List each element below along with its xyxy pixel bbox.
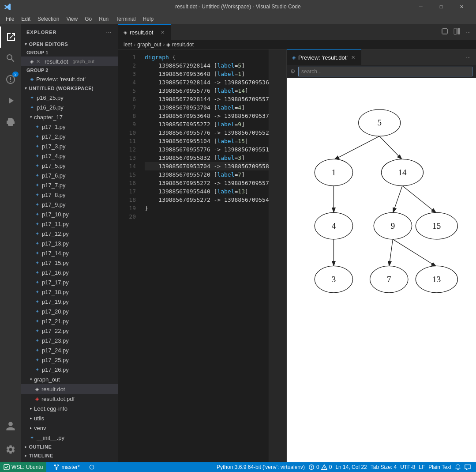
preview-tab[interactable]: ◈ Preview: 'result.dot' ✕	[287, 49, 361, 65]
workspace-section[interactable]: UNTITLED (WORKSPACE)	[21, 84, 118, 93]
file-p17_24[interactable]: ✦p17_24.py	[21, 345, 118, 355]
breadcrumb-graph-out[interactable]: graph_out	[137, 42, 161, 48]
split-right-button[interactable]	[452, 26, 462, 38]
file-p17_25[interactable]: ✦p17_25.py	[21, 355, 118, 365]
tab-result-dot[interactable]: ◈ result.dot ✕	[118, 24, 171, 40]
file-p17_6[interactable]: ✦p17_6.py	[21, 170, 118, 180]
file-init[interactable]: ✦ __init__.py	[21, 433, 118, 442]
activity-settings[interactable]	[0, 439, 21, 460]
activity-run[interactable]	[0, 90, 21, 111]
activity-explorer[interactable]	[0, 26, 21, 48]
python-icon: ✦	[35, 202, 39, 208]
file-result-dot[interactable]: ◈ result.dot	[21, 384, 118, 394]
open-editor-preview[interactable]: ◈ Preview: 'result.dot'	[21, 74, 118, 84]
file-p17_9[interactable]: ✦p17_9.py	[21, 200, 118, 209]
file-p17_2[interactable]: ✦p17_2.py	[21, 132, 118, 141]
activity-account[interactable]	[0, 415, 21, 437]
file-p17_23[interactable]: ✦p17_23.py	[21, 336, 118, 345]
file-p17_3[interactable]: ✦p17_3.py	[21, 141, 118, 151]
file-p17_14[interactable]: ✦p17_14.py	[21, 248, 118, 258]
python-icon: ✦	[35, 124, 39, 130]
preview-more-button[interactable]: ···	[464, 52, 472, 62]
line-ending-indicator[interactable]: LF	[417, 464, 427, 470]
file-label: p17_5.py	[42, 162, 66, 169]
file-p17_26[interactable]: ✦p17_26.py	[21, 365, 118, 374]
code-content[interactable]: digraph { 139885672928144 [label=5] 1398…	[140, 49, 269, 462]
folder-graph-out[interactable]: graph_out	[21, 374, 118, 384]
file-p17_21[interactable]: ✦p17_21.py	[21, 316, 118, 326]
open-editor-preview-label: Preview: 'result.dot'	[36, 76, 86, 83]
more-actions-button[interactable]: ···	[464, 27, 472, 37]
menu-terminal[interactable]: Terminal	[112, 15, 139, 23]
file-p17_8[interactable]: ✦p17_8.py	[21, 190, 118, 200]
preview-tab-close[interactable]: ✕	[350, 54, 356, 61]
pdf-icon: ◈	[35, 396, 39, 402]
activity-search[interactable]	[0, 48, 21, 69]
maximize-button[interactable]: □	[431, 0, 451, 13]
folder-chapter17[interactable]: chapter_17	[21, 112, 118, 122]
file-p17_4[interactable]: ✦p17_4.py	[21, 151, 118, 161]
wsl-indicator[interactable]: WSL: Ubuntu	[0, 462, 46, 472]
file-p17_1[interactable]: ✦p17_1.py	[21, 122, 118, 132]
file-p17_5[interactable]: ✦p17_5.py	[21, 161, 118, 170]
open-editor-result-dot[interactable]: ◈ ✕ result.dot graph_out	[21, 57, 118, 66]
folder-utils[interactable]: utils	[21, 413, 118, 423]
file-p17_15[interactable]: ✦p17_15.py	[21, 258, 118, 268]
file-p17_11[interactable]: ✦p17_11.py	[21, 219, 118, 229]
python-icon: ✦	[35, 309, 39, 314]
open-editors-section[interactable]: OPEN EDITORS	[21, 40, 118, 49]
search-input[interactable]	[298, 67, 472, 76]
menu-view[interactable]: View	[63, 15, 81, 23]
notifications-button[interactable]	[453, 464, 463, 470]
sync-indicator[interactable]	[87, 464, 97, 470]
activity-source-control[interactable]: 2	[0, 69, 21, 90]
menu-selection[interactable]: Selection	[34, 15, 63, 23]
file-p17_22[interactable]: ✦p17_22.py	[21, 326, 118, 336]
file-p17_13[interactable]: ✦p17_13.py	[21, 238, 118, 248]
breadcrumb-leet[interactable]: leet	[124, 42, 132, 48]
language-mode-indicator[interactable]: Plain Text	[427, 464, 453, 470]
menu-run[interactable]: Run	[95, 15, 112, 23]
gear-icon[interactable]: ⚙	[290, 68, 296, 75]
folder-leet-egg-info[interactable]: Leet.egg-info	[21, 404, 118, 413]
open-editor-close[interactable]: ✕	[36, 59, 40, 64]
file-p17_16[interactable]: ✦p17_16.py	[21, 268, 118, 277]
close-button[interactable]: ✕	[451, 0, 472, 13]
open-editor-filename: result.dot	[45, 58, 68, 65]
errors-indicator[interactable]: 0 0	[307, 464, 334, 470]
branch-indicator[interactable]: master*	[52, 464, 81, 470]
menu-file[interactable]: File	[2, 15, 18, 23]
encoding-indicator[interactable]: UTF-8	[398, 464, 417, 470]
file-p17_19[interactable]: ✦p17_19.py	[21, 297, 118, 306]
file-p16_26[interactable]: ✦ p16_26.py	[21, 102, 118, 112]
file-p17_7[interactable]: ✦p17_7.py	[21, 180, 118, 190]
tab-close-button[interactable]: ✕	[160, 29, 165, 36]
file-result-dot-pdf[interactable]: ◈ result.dot.pdf	[21, 394, 118, 404]
menu-go[interactable]: Go	[81, 15, 95, 23]
file-p17_12[interactable]: ✦p17_12.py	[21, 229, 118, 238]
preview-file-icon: ◈	[30, 76, 34, 82]
code-editor[interactable]: 1234567891011121314151617181920 digraph …	[118, 49, 286, 462]
minimize-button[interactable]: ─	[411, 0, 431, 13]
sidebar-more-button[interactable]: ···	[105, 29, 112, 36]
file-p17_18[interactable]: ✦p17_18.py	[21, 287, 118, 297]
file-p16_25[interactable]: ✦ p16_25.py	[21, 93, 118, 102]
position-indicator[interactable]: Ln 14, Col 22	[334, 464, 368, 470]
file-p17_17[interactable]: ✦p17_17.py	[21, 277, 118, 287]
tab-size-indicator[interactable]: Tab Size: 4	[369, 464, 398, 470]
file-p17_10[interactable]: ✦p17_10.py	[21, 209, 118, 219]
svg-line-10	[393, 239, 436, 267]
menu-help[interactable]: Help	[139, 15, 157, 23]
split-editor-button[interactable]	[439, 26, 450, 38]
activity-extensions[interactable]	[0, 111, 21, 132]
language-indicator[interactable]: Python 3.6.9 64-bit ('venv': virtualenv)	[215, 464, 307, 470]
outline-section[interactable]: OUTLINE	[21, 442, 118, 451]
file-p17_20[interactable]: ✦p17_20.py	[21, 306, 118, 316]
feedback-button[interactable]	[463, 464, 472, 470]
timeline-section[interactable]: TIMELINE	[21, 451, 118, 460]
bell-icon	[455, 464, 461, 470]
menu-edit[interactable]: Edit	[18, 15, 34, 23]
breadcrumb-result-dot[interactable]: ◈ result.dot	[166, 42, 194, 48]
folder-venv[interactable]: venv	[21, 423, 118, 433]
file-label: p17_18.py	[42, 289, 69, 295]
